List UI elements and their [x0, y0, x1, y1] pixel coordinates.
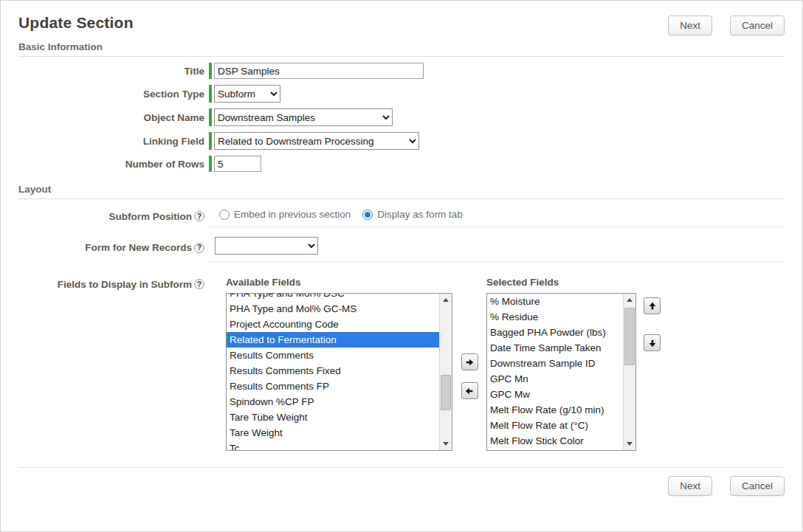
- scroll-down-button[interactable]: [440, 438, 452, 450]
- linking-field-select[interactable]: Related to Downstream Processing: [214, 132, 419, 150]
- number-of-rows-label: Number of Rows: [18, 159, 209, 170]
- display-as-form-tab-radio-label[interactable]: Display as form tab: [377, 209, 463, 220]
- selected-fields-items: % Moisture% ResidueBagged PHA Powder (lb…: [487, 294, 623, 450]
- update-section-page: Update Section Next Cancel Basic Informa…: [0, 0, 803, 532]
- available-fields-listbox[interactable]: PHA Type and Mol% DSCPHA Type and Mol% G…: [226, 293, 452, 451]
- basic-information-header: Basic Information: [18, 41, 785, 57]
- available-fields-items: PHA Type and Mol% DSCPHA Type and Mol% G…: [227, 294, 439, 450]
- list-item[interactable]: Tc: [227, 441, 439, 450]
- scroll-up-button[interactable]: [440, 294, 452, 306]
- scrollbar-track[interactable]: [624, 306, 635, 438]
- fields-to-display-block: Fields to Display in Subform ? Available…: [18, 277, 785, 455]
- number-of-rows-row: Number of Rows: [18, 156, 785, 172]
- next-button-top[interactable]: Next: [668, 15, 712, 35]
- subform-position-options: Embed in previous section Display as for…: [209, 205, 785, 227]
- list-item[interactable]: Results Comments FP: [227, 379, 439, 394]
- object-name-select[interactable]: Downstream Samples: [214, 108, 393, 126]
- section-type-row: Section Type Subform: [18, 85, 785, 103]
- list-item[interactable]: Melt Flow Rate at (°C): [487, 418, 623, 433]
- available-fields-column: Available Fields PHA Type and Mol% DSCPH…: [226, 277, 452, 455]
- list-item[interactable]: Related to Fermentation: [227, 332, 439, 348]
- next-button-bottom[interactable]: Next: [668, 476, 712, 496]
- move-down-button[interactable]: [644, 334, 661, 351]
- required-indicator: [209, 85, 212, 103]
- list-item[interactable]: GPC Mw: [487, 387, 623, 402]
- scrollbar-track[interactable]: [440, 306, 452, 438]
- available-fields-scrollbar[interactable]: [439, 294, 452, 450]
- list-item[interactable]: % Residue: [487, 309, 623, 325]
- selected-fields-scrollbar[interactable]: [623, 294, 635, 450]
- available-fields-title: Available Fields: [226, 277, 452, 288]
- list-item[interactable]: Tare Weight: [227, 425, 439, 441]
- section-type-select[interactable]: Subform: [214, 85, 280, 103]
- subform-position-row: Subform Position ? Embed in previous sec…: [18, 205, 785, 227]
- arrow-up-icon: [647, 301, 658, 311]
- object-name-label: Object Name: [18, 112, 209, 123]
- triangle-down-icon: [443, 442, 449, 446]
- help-icon[interactable]: ?: [194, 243, 204, 253]
- title-row: Title: [18, 63, 785, 79]
- linking-field-row: Linking Field Related to Downstream Proc…: [18, 132, 785, 150]
- selected-fields-listbox[interactable]: % Moisture% ResidueBagged PHA Powder (lb…: [486, 293, 636, 451]
- page-header: Update Section Next Cancel: [1, 1, 802, 40]
- help-icon[interactable]: ?: [194, 211, 204, 221]
- required-indicator: [209, 156, 212, 172]
- layout-section: Subform Position ? Embed in previous sec…: [1, 205, 802, 455]
- scrollbar-thumb[interactable]: [441, 375, 451, 410]
- move-right-button[interactable]: [461, 353, 478, 370]
- display-as-form-tab-radio[interactable]: [362, 210, 373, 220]
- embed-in-previous-section-radio-label[interactable]: Embed in previous section: [234, 209, 351, 220]
- list-item[interactable]: Melt Flow Rate (g/10 min): [487, 402, 623, 418]
- section-type-label: Section Type: [18, 89, 209, 100]
- required-indicator: [209, 132, 212, 150]
- dual-list: Available Fields PHA Type and Mol% DSCPH…: [226, 277, 661, 455]
- subform-position-label: Subform Position ?: [18, 211, 209, 222]
- page-title: Update Section: [18, 14, 134, 32]
- embed-in-previous-section-radio[interactable]: [219, 210, 230, 220]
- form-for-new-records-select[interactable]: [215, 237, 318, 255]
- header-button-group: Next Cancel: [668, 15, 785, 35]
- list-item[interactable]: Melt Flow Stick Color: [487, 433, 623, 449]
- bottom-button-bar: Next Cancel: [18, 467, 785, 496]
- triangle-up-icon: [627, 298, 633, 302]
- list-item[interactable]: PHA Type and Mol% GC-MS: [227, 301, 439, 317]
- cancel-button-top[interactable]: Cancel: [730, 15, 785, 35]
- help-icon[interactable]: ?: [194, 279, 204, 289]
- arrow-right-icon: [464, 357, 475, 367]
- list-item[interactable]: Spindown %CP FP: [227, 394, 439, 410]
- move-left-button[interactable]: [461, 382, 478, 399]
- list-item[interactable]: Project Accounting Code: [227, 317, 439, 332]
- selected-fields-column: Selected Fields % Moisture% ResidueBagge…: [486, 277, 636, 455]
- scroll-down-button[interactable]: [624, 438, 635, 450]
- list-item[interactable]: Results Comments: [227, 348, 439, 363]
- number-of-rows-input[interactable]: [214, 156, 261, 172]
- list-item[interactable]: % Moisture: [487, 294, 623, 309]
- scrollbar-thumb[interactable]: [624, 308, 635, 365]
- list-item[interactable]: Tare Tube Weight: [227, 410, 439, 425]
- cancel-button-bottom[interactable]: Cancel: [730, 476, 785, 496]
- object-name-row: Object Name Downstream Samples: [18, 108, 785, 126]
- list-item[interactable]: GPC Mn: [487, 371, 623, 387]
- arrow-left-icon: [464, 386, 475, 396]
- selected-fields-title: Selected Fields: [486, 277, 636, 288]
- fields-to-display-label: Fields to Display in Subform ?: [18, 277, 209, 455]
- required-indicator: [209, 108, 212, 126]
- move-up-button[interactable]: [644, 297, 661, 314]
- triangle-down-icon: [627, 442, 633, 446]
- form-for-new-records-row: Form for New Records ?: [18, 233, 785, 262]
- list-item[interactable]: PHA Type and Mol% DSC: [227, 294, 439, 301]
- transfer-buttons: [452, 297, 486, 455]
- layout-header: Layout: [18, 184, 785, 199]
- list-item[interactable]: Downstream Sample ID: [487, 356, 623, 371]
- reorder-buttons: [644, 297, 661, 455]
- basic-information-section: Title Section Type Subform Object Name D…: [1, 63, 802, 172]
- form-for-new-records-content: [209, 233, 785, 262]
- triangle-up-icon: [443, 298, 449, 302]
- title-input[interactable]: [214, 63, 424, 79]
- list-item[interactable]: Results Comments Fixed: [227, 363, 439, 379]
- form-for-new-records-label: Form for New Records ?: [18, 242, 209, 253]
- title-label: Title: [18, 66, 209, 77]
- scroll-up-button[interactable]: [624, 294, 635, 306]
- list-item[interactable]: Date Time Sample Taken: [487, 340, 623, 356]
- list-item[interactable]: Bagged PHA Powder (lbs): [487, 325, 623, 340]
